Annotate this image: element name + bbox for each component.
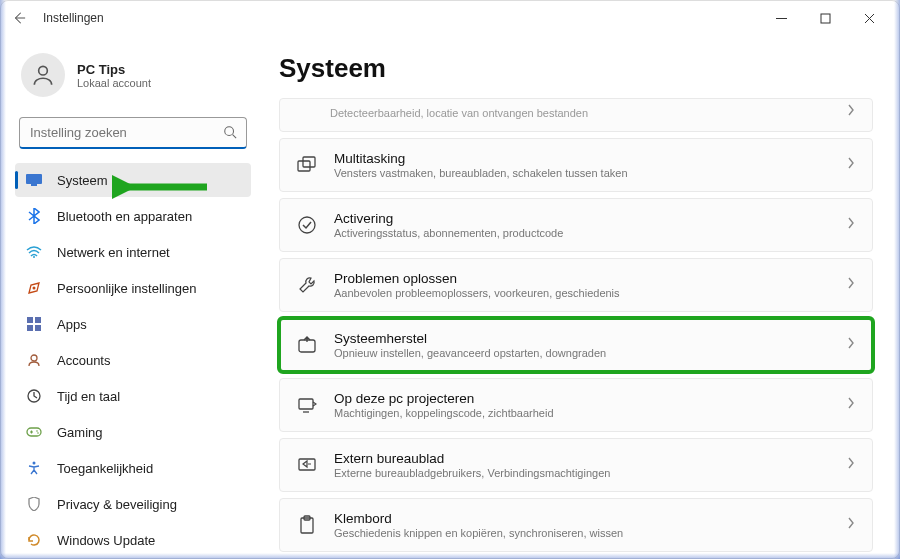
card-title: Extern bureaublad xyxy=(334,451,830,466)
profile-subtitle: Lokaal account xyxy=(77,77,151,89)
chevron-right-icon xyxy=(846,216,856,234)
svg-rect-7 xyxy=(27,317,33,323)
card-subtitle: Machtigingen, koppelingscode, zichtbaarh… xyxy=(334,407,830,419)
settings-card-multitask[interactable]: MultitaskingVensters vastmaken, bureaubl… xyxy=(279,138,873,192)
card-title: Systeemherstel xyxy=(334,331,830,346)
chevron-right-icon xyxy=(846,156,856,174)
sidebar-item-label: Apps xyxy=(57,317,87,332)
svg-rect-21 xyxy=(299,399,313,409)
card-subtitle: Activeringsstatus, abonnementen, product… xyxy=(334,227,830,239)
minimize-button[interactable] xyxy=(759,3,803,33)
svg-rect-17 xyxy=(298,161,310,171)
settings-card-remote[interactable]: Extern bureaubladExterne bureaubladgebru… xyxy=(279,438,873,492)
settings-card-recovery[interactable]: SysteemherstelOpnieuw instellen, geavanc… xyxy=(279,318,873,372)
sidebar-item-label: Netwerk en internet xyxy=(57,245,170,260)
sidebar-item-label: Accounts xyxy=(57,353,110,368)
sidebar-item-gaming[interactable]: Gaming xyxy=(15,415,251,449)
settings-card-clipboard[interactable]: KlembordGeschiedenis knippen en kopiëren… xyxy=(279,498,873,552)
bluetooth-icon xyxy=(25,207,43,225)
close-button[interactable] xyxy=(847,3,891,33)
card-subtitle: Aanbevolen probleemoplossers, voorkeuren… xyxy=(334,287,830,299)
profile-name: PC Tips xyxy=(77,62,151,77)
time-icon xyxy=(25,387,43,405)
page-title: Systeem xyxy=(279,53,873,84)
back-button[interactable] xyxy=(9,8,29,28)
settings-card-partial[interactable]: Detecteerbaarheid, locatie van ontvangen… xyxy=(279,98,873,132)
svg-point-5 xyxy=(33,256,35,258)
card-title: Klembord xyxy=(334,511,830,526)
svg-rect-8 xyxy=(35,317,41,323)
sidebar-item-label: Persoonlijke instellingen xyxy=(57,281,196,296)
project-icon xyxy=(296,394,318,416)
search-icon xyxy=(223,125,237,143)
sidebar-item-network[interactable]: Netwerk en internet xyxy=(15,235,251,269)
settings-card-project[interactable]: Op deze pc projecterenMachtigingen, kopp… xyxy=(279,378,873,432)
accounts-icon xyxy=(25,351,43,369)
card-title: Activering xyxy=(334,211,830,226)
settings-window: Instellingen PC Tips Lokaal account xyxy=(0,0,900,559)
sidebar-item-privacy[interactable]: Privacy & beveiliging xyxy=(15,487,251,521)
sidebar: PC Tips Lokaal account SysteemBluetooth … xyxy=(1,35,261,558)
nav-list: SysteemBluetooth en apparatenNetwerk en … xyxy=(15,163,251,557)
sidebar-item-update[interactable]: Windows Update xyxy=(15,523,251,557)
chevron-right-icon xyxy=(846,103,856,121)
apps-icon xyxy=(25,315,43,333)
chevron-right-icon xyxy=(846,456,856,474)
sidebar-item-apps[interactable]: Apps xyxy=(15,307,251,341)
sidebar-item-accessibility[interactable]: Toegankelijkheid xyxy=(15,451,251,485)
avatar xyxy=(21,53,65,97)
card-subtitle: Opnieuw instellen, geavanceerd opstarten… xyxy=(334,347,830,359)
chevron-right-icon xyxy=(846,276,856,294)
svg-point-1 xyxy=(39,66,48,75)
card-title: Problemen oplossen xyxy=(334,271,830,286)
check-icon xyxy=(296,214,318,236)
sidebar-item-bluetooth[interactable]: Bluetooth en apparaten xyxy=(15,199,251,233)
multitask-icon xyxy=(296,154,318,176)
chevron-right-icon xyxy=(846,516,856,534)
settings-card-list: Detecteerbaarheid, locatie van ontvangen… xyxy=(279,98,873,552)
search-input[interactable] xyxy=(19,117,247,149)
gaming-icon xyxy=(25,423,43,441)
titlebar: Instellingen xyxy=(1,1,899,35)
card-subtitle: Vensters vastmaken, bureaubladen, schake… xyxy=(334,167,830,179)
sidebar-item-label: Tijd en taal xyxy=(57,389,120,404)
privacy-icon xyxy=(25,495,43,513)
wrench-icon xyxy=(296,274,318,296)
svg-rect-4 xyxy=(31,184,37,186)
sidebar-item-label: Gaming xyxy=(57,425,103,440)
remote-icon xyxy=(296,454,318,476)
sidebar-item-system[interactable]: Systeem xyxy=(15,163,251,197)
svg-rect-10 xyxy=(35,325,41,331)
svg-rect-18 xyxy=(303,157,315,167)
sidebar-item-personal[interactable]: Persoonlijke instellingen xyxy=(15,271,251,305)
settings-card-check[interactable]: ActiveringActiveringsstatus, abonnemente… xyxy=(279,198,873,252)
svg-point-2 xyxy=(225,127,234,136)
sidebar-item-label: Systeem xyxy=(57,173,108,188)
maximize-button[interactable] xyxy=(803,3,847,33)
sidebar-item-label: Bluetooth en apparaten xyxy=(57,209,192,224)
network-icon xyxy=(25,243,43,261)
sidebar-item-label: Toegankelijkheid xyxy=(57,461,153,476)
settings-card-wrench[interactable]: Problemen oplossenAanbevolen probleemopl… xyxy=(279,258,873,312)
card-subtitle: Detecteerbaarheid, locatie van ontvangen… xyxy=(330,107,830,119)
svg-rect-0 xyxy=(821,14,830,23)
system-icon xyxy=(25,171,43,189)
chevron-right-icon xyxy=(846,396,856,414)
profile-block[interactable]: PC Tips Lokaal account xyxy=(15,47,251,113)
svg-point-14 xyxy=(36,430,38,432)
sidebar-item-time[interactable]: Tijd en taal xyxy=(15,379,251,413)
svg-point-16 xyxy=(33,462,36,465)
svg-point-15 xyxy=(37,432,39,434)
svg-rect-3 xyxy=(26,174,42,184)
card-subtitle: Geschiedenis knippen en kopiëren, synchr… xyxy=(334,527,830,539)
svg-point-6 xyxy=(33,287,36,290)
update-icon xyxy=(25,531,43,549)
recovery-icon xyxy=(296,334,318,356)
svg-rect-9 xyxy=(27,325,33,331)
clipboard-icon xyxy=(296,514,318,536)
sidebar-item-accounts[interactable]: Accounts xyxy=(15,343,251,377)
card-title: Op deze pc projecteren xyxy=(334,391,830,406)
card-subtitle: Externe bureaubladgebruikers, Verbinding… xyxy=(334,467,830,479)
personal-icon xyxy=(25,279,43,297)
sidebar-item-label: Windows Update xyxy=(57,533,155,548)
